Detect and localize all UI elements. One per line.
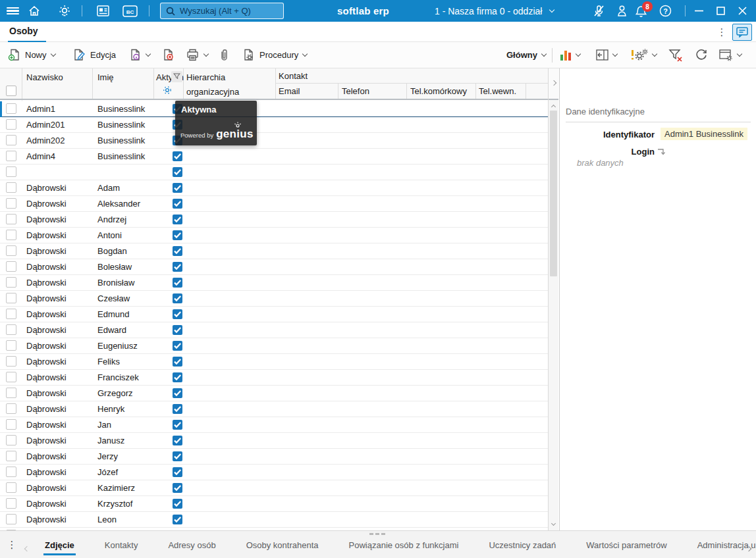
row-select-checkbox[interactable]: [6, 451, 16, 461]
menu-hamburger-icon[interactable]: [7, 0, 19, 22]
help-icon[interactable]: ?: [659, 0, 672, 22]
column-header-imie[interactable]: Imię: [97, 72, 114, 82]
aktywna-checkbox[interactable]: [173, 436, 182, 445]
bottom-tab-6[interactable]: Uczestnicy zadań: [487, 532, 557, 558]
table-row[interactable]: DąbrowskiFeliks: [0, 354, 548, 370]
row-select-checkbox[interactable]: [6, 324, 16, 335]
aktywna-checkbox[interactable]: [173, 246, 182, 256]
aktywna-checkbox[interactable]: [173, 262, 182, 272]
aktywna-checkbox[interactable]: [173, 467, 182, 477]
bottom-tabs-kebab-icon[interactable]: [7, 538, 17, 552]
row-select-checkbox[interactable]: [6, 340, 16, 351]
aktywna-checkbox[interactable]: [173, 404, 182, 414]
row-select-checkbox[interactable]: [6, 372, 16, 382]
edit-button[interactable]: Edycja: [72, 42, 116, 68]
row-select-checkbox[interactable]: [6, 135, 16, 145]
column-filter-button[interactable]: [171, 71, 182, 82]
clear-filter-button[interactable]: [668, 42, 683, 68]
genius-icon[interactable]: [58, 0, 71, 22]
aktywna-checkbox[interactable]: [173, 372, 182, 382]
row-select-checkbox[interactable]: [6, 245, 16, 256]
document-info-button[interactable]: [129, 42, 150, 68]
table-row[interactable]: DąbrowskiJan: [0, 417, 548, 433]
search-input[interactable]: Wyszukaj (Alt + Q): [160, 3, 284, 19]
settings-warning-button[interactable]: [630, 42, 657, 68]
aktywna-checkbox[interactable]: [173, 230, 182, 240]
window-minimize-button[interactable]: [689, 0, 709, 22]
table-row[interactable]: Admin4Businesslink: [0, 149, 548, 165]
scrollbar-thumb[interactable]: [550, 111, 557, 276]
row-select-checkbox[interactable]: [6, 498, 16, 509]
table-row[interactable]: DąbrowskiFranciszek: [0, 370, 548, 386]
column-header-tel-komorkowy[interactable]: Tel.komórkowy: [410, 86, 467, 96]
procedures-button[interactable]: Procedury: [242, 42, 307, 68]
window-maximize-button[interactable]: [711, 0, 730, 22]
table-row[interactable]: DąbrowskiKrzysztof: [0, 496, 548, 512]
row-select-checkbox[interactable]: [6, 309, 16, 319]
aktywna-checkbox[interactable]: [173, 215, 182, 224]
vertical-scrollbar[interactable]: [549, 100, 558, 530]
table-row[interactable]: DąbrowskiKazimierz: [0, 480, 548, 496]
aktywna-checkbox[interactable]: [173, 341, 182, 351]
column-header-telefon[interactable]: Telefon: [342, 86, 369, 96]
row-select-checkbox[interactable]: [6, 151, 16, 161]
bottom-tab-3[interactable]: Adresy osób: [167, 532, 217, 558]
attachment-button[interactable]: [218, 42, 230, 68]
row-select-checkbox[interactable]: [6, 403, 16, 414]
table-row[interactable]: DąbrowskiEugeniusz: [0, 338, 548, 354]
table-row[interactable]: DąbrowskiAleksander: [0, 196, 548, 212]
table-row[interactable]: DąbrowskiBogdan: [0, 243, 548, 259]
row-select-checkbox[interactable]: [6, 482, 16, 493]
column-header-hierarchia[interactable]: Hierarchia: [186, 72, 225, 82]
news-icon[interactable]: [97, 0, 111, 22]
scroll-down-arrow[interactable]: [549, 520, 558, 529]
table-row[interactable]: DąbrowskiBolesław: [0, 259, 548, 275]
row-select-checkbox[interactable]: [6, 388, 16, 398]
bottom-tab-5[interactable]: Powiązanie osób z funkcjami: [348, 532, 460, 558]
table-row[interactable]: DąbrowskiEdmund: [0, 307, 548, 322]
row-select-checkbox[interactable]: [6, 435, 16, 445]
table-row[interactable]: DąbrowskiLeon: [0, 512, 548, 528]
aktywna-checkbox[interactable]: [173, 309, 182, 319]
column-header-tel-wewn[interactable]: Tel.wewn.: [479, 86, 516, 96]
table-row[interactable]: [0, 165, 548, 180]
table-row[interactable]: DąbrowskiAndrzej: [0, 212, 548, 228]
window-settings-button[interactable]: [719, 42, 742, 68]
scroll-up-arrow[interactable]: [549, 101, 558, 111]
table-row[interactable]: DąbrowskiJózef: [0, 465, 548, 480]
row-select-checkbox[interactable]: [6, 214, 16, 224]
chart-button[interactable]: [560, 42, 580, 68]
table-row[interactable]: Admin201Businesslink: [0, 117, 548, 133]
aktywna-checkbox[interactable]: [173, 293, 182, 303]
table-row[interactable]: DąbrowskiGrzegorz: [0, 386, 548, 401]
column-header-email[interactable]: Email: [279, 86, 300, 96]
tabrow-overflow-kebab-icon[interactable]: [716, 25, 728, 39]
aktywna-checkbox[interactable]: [173, 499, 182, 509]
row-select-checkbox[interactable]: [6, 103, 16, 114]
refresh-button[interactable]: [695, 42, 708, 68]
column-header-nazwisko[interactable]: Nazwisko: [26, 72, 63, 82]
aktywna-checkbox[interactable]: [173, 357, 182, 367]
chat-button[interactable]: [732, 24, 752, 41]
aktywna-checkbox[interactable]: [173, 420, 182, 430]
row-select-checkbox[interactable]: [6, 182, 16, 193]
table-row[interactable]: DąbrowskiAdam: [0, 180, 548, 196]
row-select-checkbox[interactable]: [6, 198, 16, 209]
aktywna-checkbox[interactable]: [173, 278, 182, 288]
delete-button[interactable]: [162, 42, 175, 68]
aktywna-checkbox[interactable]: [173, 199, 182, 209]
aktywna-checkbox[interactable]: [173, 451, 182, 461]
table-row[interactable]: DąbrowskiJanusz: [0, 433, 548, 449]
company-selector[interactable]: 1 - Nasza firma 0 - oddział: [435, 0, 554, 22]
bottom-tab-7[interactable]: Wartości parametrów: [585, 532, 668, 558]
row-select-checkbox[interactable]: [6, 293, 16, 303]
panel-layout-button[interactable]: [596, 42, 617, 68]
row-select-checkbox[interactable]: [6, 467, 16, 477]
aktywna-checkbox[interactable]: [173, 388, 182, 398]
row-select-checkbox[interactable]: [6, 119, 16, 130]
view-selector[interactable]: Główny: [506, 42, 546, 68]
row-select-checkbox[interactable]: [6, 230, 16, 240]
column-header-hierarchia-line2[interactable]: organizacyjna: [186, 87, 239, 97]
tabs-scroll-right[interactable]: [747, 542, 751, 553]
row-select-checkbox[interactable]: [6, 356, 16, 367]
